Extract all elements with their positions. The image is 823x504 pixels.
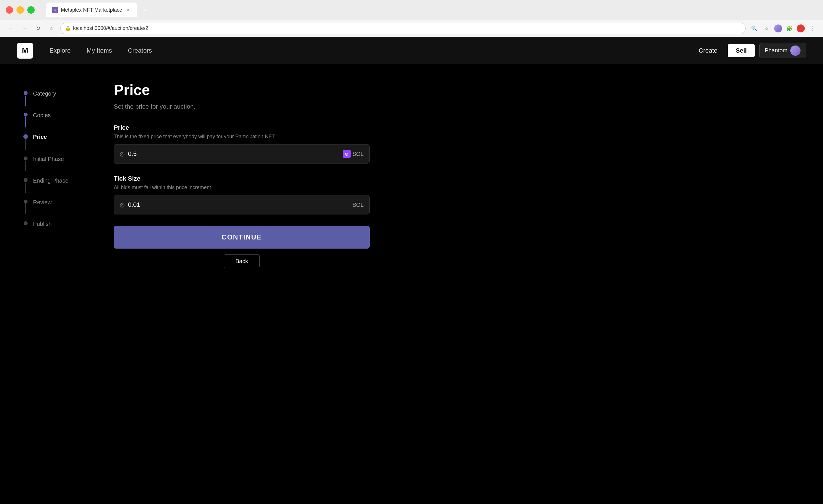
form-area: Price Set the price for your auction. Pr… bbox=[114, 81, 370, 487]
wallet-connect-button[interactable]: Phantom bbox=[759, 43, 806, 58]
minimize-window-button[interactable] bbox=[16, 6, 24, 14]
tick-size-section-title: Tick Size bbox=[114, 175, 370, 182]
traffic-lights bbox=[6, 6, 35, 14]
bookmark-button[interactable]: ☆ bbox=[762, 23, 772, 33]
tick-size-section: Tick Size All bids must fall within this… bbox=[114, 175, 370, 214]
form-subtitle: Set the price for your auction. bbox=[114, 103, 370, 110]
step-item-initial-phase[interactable]: Initial Phase bbox=[23, 152, 97, 174]
tab-favicon: ≡ bbox=[52, 7, 58, 13]
step-label-ending-phase: Ending Phase bbox=[33, 177, 68, 184]
browser-chrome: ≡ Metaplex NFT Marketplace × + ← → ↻ ⌂ 🔒… bbox=[0, 0, 823, 37]
step-connector-ending-phase bbox=[25, 183, 26, 193]
step-connector-review bbox=[25, 204, 26, 214]
tick-size-circle-icon: ◎ bbox=[120, 201, 125, 208]
browser-menu-button[interactable]: ⋮ bbox=[807, 23, 817, 33]
step-label-review: Review bbox=[33, 198, 52, 206]
refresh-icon: ↻ bbox=[36, 25, 40, 32]
step-dot-container-ending-phase bbox=[23, 177, 28, 193]
nav-link-explore[interactable]: Explore bbox=[41, 44, 79, 57]
search-browser-button[interactable]: 🔍 bbox=[749, 23, 759, 33]
maximize-window-button[interactable] bbox=[27, 6, 35, 14]
nav-link-my-items[interactable]: My Items bbox=[79, 44, 120, 57]
wallet-name: Phantom bbox=[765, 47, 788, 54]
tab-bar: ≡ Metaplex NFT Marketplace × + bbox=[46, 3, 817, 17]
toolbar-actions: 🔍 ☆ 🧩 ⋮ bbox=[749, 23, 817, 33]
url-text: localhost:3000/#/auction/create/2 bbox=[73, 25, 148, 31]
sell-button[interactable]: Sell bbox=[728, 44, 755, 57]
nav-links: Explore My Items Creators bbox=[41, 44, 160, 57]
step-connector-category bbox=[25, 96, 26, 106]
back-arrow-icon: ← bbox=[8, 25, 13, 31]
tick-size-currency-label: SOL bbox=[352, 202, 364, 208]
forward-arrow-icon: → bbox=[22, 25, 27, 31]
forward-nav-button[interactable]: → bbox=[19, 23, 30, 33]
tab-title: Metaplex NFT Marketplace bbox=[61, 7, 122, 13]
create-button[interactable]: Create bbox=[693, 44, 723, 57]
main-content: Category Copies Price bbox=[0, 64, 823, 504]
price-input-group: ◎ ◎ SOL bbox=[114, 144, 370, 164]
step-label-copies: Copies bbox=[33, 112, 51, 119]
nav-left: M Explore My Items Creators bbox=[17, 43, 160, 58]
tab-close-button[interactable]: × bbox=[125, 7, 131, 13]
step-item-price[interactable]: Price bbox=[23, 130, 97, 152]
logo-badge[interactable]: M bbox=[17, 43, 33, 58]
step-connector-copies bbox=[25, 117, 26, 128]
new-tab-button[interactable]: + bbox=[139, 4, 151, 16]
address-bar[interactable]: 🔒 localhost:3000/#/auction/create/2 bbox=[60, 23, 746, 34]
price-currency: ◎ SOL bbox=[343, 150, 364, 158]
app-nav: M Explore My Items Creators Create Sell … bbox=[0, 37, 823, 64]
back-nav-button[interactable]: ← bbox=[6, 23, 16, 33]
step-item-category[interactable]: Category bbox=[23, 87, 97, 109]
step-dot-container-copies bbox=[23, 112, 28, 128]
app-container: M Explore My Items Creators Create Sell … bbox=[0, 37, 823, 504]
step-label-initial-phase: Initial Phase bbox=[33, 155, 64, 162]
browser-toolbar: ← → ↻ ⌂ 🔒 localhost:3000/#/auction/creat… bbox=[0, 20, 823, 37]
step-dot-initial-phase bbox=[24, 156, 28, 160]
step-connector-price bbox=[25, 139, 26, 150]
step-dot-copies bbox=[24, 113, 28, 117]
nav-link-creators[interactable]: Creators bbox=[120, 44, 160, 57]
tick-size-currency: SOL bbox=[352, 202, 364, 208]
red-extension-icon[interactable] bbox=[797, 24, 805, 32]
browser-tab[interactable]: ≡ Metaplex NFT Marketplace × bbox=[46, 3, 137, 17]
step-dot-container-initial-phase bbox=[23, 155, 28, 171]
browser-titlebar: ≡ Metaplex NFT Marketplace × + bbox=[0, 0, 823, 20]
step-dot-publish bbox=[24, 221, 28, 225]
step-dot-category bbox=[24, 91, 28, 95]
step-item-ending-phase[interactable]: Ending Phase bbox=[23, 174, 97, 196]
price-input[interactable] bbox=[128, 150, 339, 158]
price-circle-icon: ◎ bbox=[120, 150, 125, 157]
step-dot-container-publish bbox=[23, 220, 28, 225]
home-icon: ⌂ bbox=[50, 25, 53, 31]
sol-icon-price: ◎ bbox=[343, 150, 351, 158]
step-dot-container-category bbox=[23, 90, 28, 106]
price-section-desc: This is the fixed price that everybody w… bbox=[114, 134, 370, 140]
step-dot-container-price bbox=[23, 133, 28, 150]
step-dot-price bbox=[23, 134, 28, 139]
tick-size-section-desc: All bids must fall within this price inc… bbox=[114, 185, 370, 191]
sidebar-steps: Category Copies Price bbox=[23, 81, 97, 487]
step-label-publish: Publish bbox=[33, 220, 52, 227]
refresh-button[interactable]: ↻ bbox=[33, 23, 43, 33]
back-button[interactable]: Back bbox=[224, 254, 260, 268]
nav-right: Create Sell Phantom bbox=[693, 43, 806, 58]
close-window-button[interactable] bbox=[6, 6, 13, 14]
price-currency-label: SOL bbox=[352, 151, 364, 157]
step-dot-ending-phase bbox=[24, 178, 28, 182]
form-title: Price bbox=[114, 81, 370, 99]
step-dot-container-review bbox=[23, 198, 28, 214]
tick-size-input-group: ◎ SOL bbox=[114, 195, 370, 214]
step-item-copies[interactable]: Copies bbox=[23, 109, 97, 130]
tick-size-input[interactable] bbox=[128, 201, 349, 208]
step-item-review[interactable]: Review bbox=[23, 196, 97, 217]
step-label-category: Category bbox=[33, 90, 56, 97]
price-section-title: Price bbox=[114, 124, 370, 131]
home-button[interactable]: ⌂ bbox=[47, 23, 57, 33]
wallet-avatar bbox=[790, 45, 801, 56]
step-item-publish[interactable]: Publish bbox=[23, 217, 97, 230]
step-connector-initial-phase bbox=[25, 161, 26, 171]
phantom-extension-icon[interactable] bbox=[774, 24, 782, 32]
extensions-button[interactable]: 🧩 bbox=[784, 23, 795, 33]
step-label-price: Price bbox=[33, 133, 47, 140]
continue-button[interactable]: CONTINUE bbox=[114, 226, 370, 248]
